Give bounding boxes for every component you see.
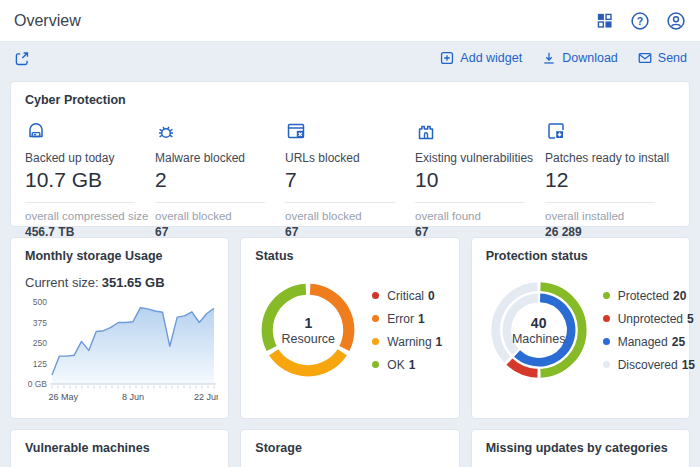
metric-value: 7 [285, 168, 415, 192]
divider [545, 202, 655, 203]
backup-drive-icon [25, 120, 155, 142]
envelope-icon [637, 50, 653, 66]
protection-status-card: Protection status 40 Machines Protected … [471, 237, 690, 419]
send-label: Send [658, 51, 687, 65]
legend-item-error: Error 1 [372, 312, 442, 326]
legend-label: Warning [387, 335, 431, 349]
legend-item-unprotected: Unprotected 5 [603, 312, 675, 326]
card-title: Storage [255, 441, 444, 455]
apps-grid-icon[interactable] [595, 11, 614, 30]
widget-row: Monthly storage Usage Current size:351.6… [10, 237, 690, 419]
legend-dot [372, 315, 379, 322]
legend-dot [603, 315, 610, 322]
legend-label: OK [387, 358, 404, 372]
card-title: Missing updates by categories [486, 441, 675, 455]
current-size-value: 351.65 GB [102, 275, 165, 290]
download-label: Download [562, 51, 618, 65]
metric-value: 10.7 GB [25, 168, 155, 192]
storage-card: Storage [240, 429, 459, 467]
legend-value: 20 [673, 289, 686, 303]
page-title: Overview [14, 12, 595, 30]
legend-dot [603, 292, 610, 299]
divider [155, 202, 265, 203]
card-title: Status [255, 249, 444, 263]
legend-value: 25 [672, 335, 685, 349]
legend-value: 1 [409, 358, 416, 372]
metric-label: Existing vulnerabilities [415, 151, 545, 165]
overview-dashboard: { "header": { "title": "Overview" }, "to… [0, 0, 700, 467]
svg-text:8 Jun: 8 Jun [122, 392, 144, 402]
svg-text:375: 375 [33, 318, 47, 328]
legend-item-discovered: Discovered 15 [603, 358, 675, 372]
legend-dot [372, 361, 379, 368]
legend-item-warning: Warning 1 [372, 335, 442, 349]
legend-label: Unprotected [618, 312, 683, 326]
legend-dot [372, 292, 379, 299]
legend-dot [603, 338, 610, 345]
legend-item-protected: Protected 20 [603, 289, 675, 303]
vulnerable-machines-card: Vulnerable machines [10, 429, 229, 467]
missing-updates-card: Missing updates by categories [471, 429, 690, 467]
metric-sublabel: overall found [415, 210, 545, 222]
protection-legend: Protected 20 Unprotected 5 Managed 25 [603, 289, 675, 372]
current-size-label: Current size: [25, 275, 99, 290]
send-button[interactable]: Send [637, 50, 687, 66]
legend-value: 15 [682, 358, 695, 372]
metric-value: 2 [155, 168, 285, 192]
status-legend: Critical 0 Error 1 Warning 1 [372, 289, 442, 372]
storage-usage-chart: 5003752501250 GB26 May8 Jun22 Jun [25, 294, 214, 416]
bug-icon [155, 120, 285, 142]
divider [285, 202, 395, 203]
legend-label: Error [387, 312, 414, 326]
card-title: Monthly storage Usage [25, 249, 214, 263]
legend-label: Managed [618, 335, 668, 349]
metric-value: 12 [545, 168, 675, 192]
divider [25, 202, 135, 203]
metric-label: URLs blocked [285, 151, 415, 165]
metric-existing-vulnerabilities[interactable]: Existing vulnerabilities 10 overall foun… [415, 120, 545, 239]
legend-value: 1 [436, 335, 443, 349]
legend-label: Critical [387, 289, 424, 303]
download-button[interactable]: Download [541, 50, 618, 66]
svg-text:500: 500 [33, 297, 47, 307]
svg-text:22 Jun: 22 Jun [194, 392, 218, 402]
svg-text:0 GB: 0 GB [28, 379, 48, 389]
divider [415, 202, 525, 203]
account-icon[interactable] [666, 11, 686, 31]
legend-item-ok: OK 1 [372, 358, 442, 372]
svg-text:250: 250 [33, 338, 47, 348]
legend-dot [372, 338, 379, 345]
bottom-widget-row: Vulnerable machines Storage Missing upda… [10, 429, 690, 467]
cyber-protection-card: Cyber Protection Backed up today 10.7 GB… [10, 81, 690, 227]
metric-label: Backed up today [25, 151, 155, 165]
svg-text:125: 125 [33, 359, 47, 369]
status-donut-chart: 1 Resource [257, 279, 359, 381]
browser-blocked-icon [285, 120, 415, 142]
card-title: Vulnerable machines [25, 441, 214, 455]
legend-dot [603, 361, 610, 368]
current-size: Current size:351.65 GB [25, 275, 214, 290]
expand-icon[interactable] [13, 50, 30, 67]
metric-sublabel: overall blocked [155, 210, 285, 222]
card-title: Protection status [486, 249, 675, 263]
legend-value: 1 [418, 312, 425, 326]
metric-label: Malware blocked [155, 151, 285, 165]
metric-value: 10 [415, 168, 545, 192]
legend-item-managed: Managed 25 [603, 335, 675, 349]
header-icons: ? [595, 11, 686, 31]
top-header: Overview ? [0, 0, 700, 42]
metric-patches-ready[interactable]: Patches ready to install 12 overall inst… [545, 120, 675, 239]
metric-malware-blocked[interactable]: Malware blocked 2 overall blocked 67 [155, 120, 285, 239]
monthly-storage-usage-card: Monthly storage Usage Current size:351.6… [10, 237, 229, 419]
metric-sublabel: overall blocked [285, 210, 415, 222]
metric-sublabel: overall installed [545, 210, 675, 222]
patch-icon [545, 120, 675, 142]
metric-backed-up-today[interactable]: Backed up today 10.7 GB overall compress… [25, 120, 155, 239]
legend-value: 5 [687, 312, 694, 326]
add-widget-button[interactable]: Add widget [439, 50, 522, 66]
status-card: Status 1 Resource Critical 0 [240, 237, 459, 419]
help-icon[interactable]: ? [630, 11, 650, 31]
protection-donut-area: 40 Machines Protected 20 Unprotected 5 [486, 279, 675, 381]
report-toolbar: Add widget Download Send [0, 42, 700, 74]
metric-urls-blocked[interactable]: URLs blocked 7 overall blocked 67 [285, 120, 415, 239]
